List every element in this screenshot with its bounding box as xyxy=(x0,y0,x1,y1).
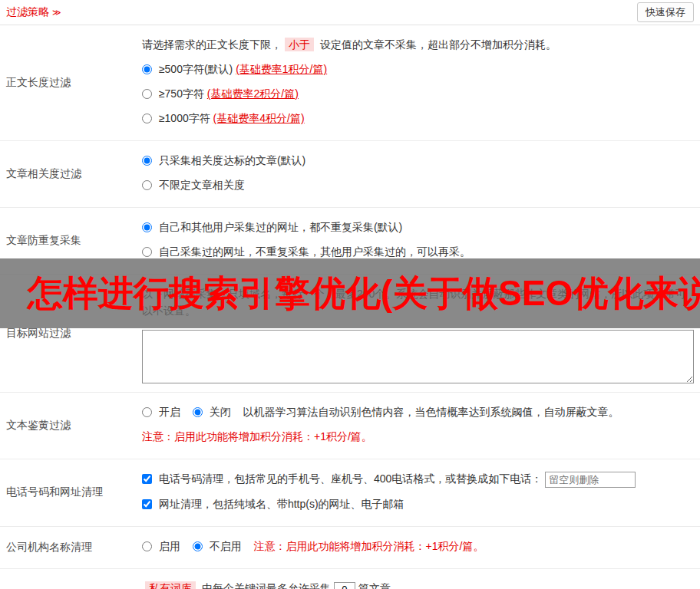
row-label-company-clean: 公司机构名称清理 xyxy=(0,527,142,568)
company-cost-note: 注意：启用此功能将增加积分消耗：+1积分/篇。 xyxy=(254,540,484,552)
option-text: ≥1000字符 xyxy=(159,112,213,124)
overlay-banner-text: 怎样进行搜索引擎优化(关于做SEO优化来说 xyxy=(28,270,700,318)
porn-option-off[interactable]: 关闭 xyxy=(193,406,234,418)
keyword-text: 中每个关键词最多允许采集 xyxy=(199,582,331,589)
option-text: ≥750字符 xyxy=(159,87,207,100)
row-label-porn-filter: 文本鉴黄过滤 xyxy=(0,393,142,459)
option-rate: (基础费率2积分/篇) xyxy=(207,87,299,100)
phone-clean-checkbox[interactable] xyxy=(142,474,152,484)
replacement-phone-input[interactable] xyxy=(545,472,636,488)
option-rate: (基础费率1积分/篇) xyxy=(236,63,327,75)
relevance-option-default[interactable]: 只采集相关度达标的文章(默认) xyxy=(142,152,694,169)
porn-cost-note: 注意：启用此功能将增加积分消耗：+1积分/篇。 xyxy=(142,428,694,445)
chevron-down-icon: ≫ xyxy=(52,8,61,17)
option-text: 网址清理，包括纯域名、带http(s)的网址、电子邮箱 xyxy=(159,498,404,510)
top-bar: 过滤策略 ≫ 快速保存 xyxy=(0,0,700,25)
option-text: 只采集相关度达标的文章(默认) xyxy=(159,154,305,166)
option-text: 电话号码清理，包括常见的手机号、座机号、400电话格式，或替换成如下电话： xyxy=(159,472,542,485)
option-text: 自己和其他用户采集过的网址，都不重复采集(默认) xyxy=(159,221,402,233)
intro-text: 设定值的文章不采集，超出部分不增加积分消耗。 xyxy=(317,38,556,51)
url-clean-checkbox[interactable] xyxy=(142,499,152,509)
relevance-radio-any[interactable] xyxy=(142,180,152,190)
length-intro: 请选择需求的正文长度下限，小于 设定值的文章不采集，超出部分不增加积分消耗。 xyxy=(142,36,694,53)
private-lexicon-tag: 私有词库 xyxy=(145,581,196,589)
dedupe-option-all-users[interactable]: 自己和其他用户采集过的网址，都不重复采集(默认) xyxy=(142,219,694,235)
option-rate: (基础费率4积分/篇) xyxy=(213,112,305,124)
less-than-tag: 小于 xyxy=(285,38,314,51)
option-text: 自己采集过的网址，不重复采集，其他用户采集过的，可以再采。 xyxy=(159,245,471,258)
intro-text: 请选择需求的正文长度下限， xyxy=(142,38,282,51)
dedupe-option-self-only[interactable]: 自己采集过的网址，不重复采集，其他用户采集过的，可以再采。 xyxy=(142,243,694,260)
row-label-keyword-dedupe: 关键词防重复采集 xyxy=(0,569,142,589)
option-text: 启用 xyxy=(159,540,180,552)
page-title-text: 过滤策略 xyxy=(6,5,49,18)
keyword-text: 篇文章。 xyxy=(358,582,401,589)
section-relevance: 文章相关度过滤 只采集相关度达标的文章(默认) 不限定文章相关度 xyxy=(0,141,700,208)
length-radio-1000[interactable] xyxy=(142,114,152,123)
porn-desc: 以机器学习算法自动识别色情内容，当色情概率达到系统阈值，自动屏蔽文章。 xyxy=(243,406,619,418)
relevance-option-any[interactable]: 不限定文章相关度 xyxy=(142,176,694,193)
company-radio-enable[interactable] xyxy=(142,541,152,551)
dedupe-radio-all-users[interactable] xyxy=(142,222,152,232)
option-text: 不限定文章相关度 xyxy=(159,179,245,191)
option-text: 关闭 xyxy=(210,406,231,418)
company-radio-disable[interactable] xyxy=(193,541,203,551)
quick-save-button[interactable]: 快速保存 xyxy=(637,2,694,22)
page-title[interactable]: 过滤策略 ≫ xyxy=(6,5,61,19)
dedupe-radio-self-only[interactable] xyxy=(142,247,152,257)
url-clean-option[interactable]: 网址清理，包括纯域名、带http(s)的网址、电子邮箱 xyxy=(142,498,404,510)
length-option-500[interactable]: ≥500字符(默认) (基础费率1积分/篇) xyxy=(142,61,694,77)
row-label-phone-url-clean: 电话号码和网址清理 xyxy=(0,459,142,526)
section-phone-url-clean: 电话号码和网址清理 电话号码清理，包括常见的手机号、座机号、400电话格式，或替… xyxy=(0,459,700,527)
row-label-content-length: 正文长度过滤 xyxy=(0,25,142,140)
porn-radio-on[interactable] xyxy=(142,407,152,417)
length-radio-750[interactable] xyxy=(142,89,152,99)
section-porn-filter: 文本鉴黄过滤 开启 关闭 以机器学习算法自动识别色情内容，当色情概率达到系统阈值… xyxy=(0,393,700,459)
keyword-max-count-input[interactable] xyxy=(334,582,355,589)
phone-clean-option[interactable]: 电话号码清理，包括常见的手机号、座机号、400电话格式，或替换成如下电话： xyxy=(142,472,545,485)
excluded-sites-textarea[interactable] xyxy=(142,330,694,383)
overlay-banner: 怎样进行搜索引擎优化(关于做SEO优化来说 xyxy=(0,258,700,328)
option-text: 不启用 xyxy=(210,540,242,552)
option-text: ≥500字符(默认) xyxy=(159,63,236,75)
length-option-1000[interactable]: ≥1000字符 (基础费率4积分/篇) xyxy=(142,110,694,127)
option-text: 开启 xyxy=(159,406,180,418)
row-label-relevance: 文章相关度过滤 xyxy=(0,141,142,207)
section-company-clean: 公司机构名称清理 启用 不启用 注意：启用此功能将增加积分消耗：+1积分/篇。 xyxy=(0,527,700,569)
section-content-length: 正文长度过滤 请选择需求的正文长度下限，小于 设定值的文章不采集，超出部分不增加… xyxy=(0,25,700,141)
porn-option-on[interactable]: 开启 xyxy=(142,406,183,418)
length-radio-500[interactable] xyxy=(142,64,152,74)
porn-radio-off[interactable] xyxy=(193,407,203,417)
length-option-750[interactable]: ≥750字符 (基础费率2积分/篇) xyxy=(142,85,694,102)
company-option-disable[interactable]: 不启用 xyxy=(193,540,245,552)
section-keyword-dedupe: 关键词防重复采集 私有词库 中每个关键词最多允许采集篇文章。 如果留空或设为0，… xyxy=(0,569,700,589)
relevance-radio-default[interactable] xyxy=(142,156,152,166)
company-option-enable[interactable]: 启用 xyxy=(142,540,183,552)
